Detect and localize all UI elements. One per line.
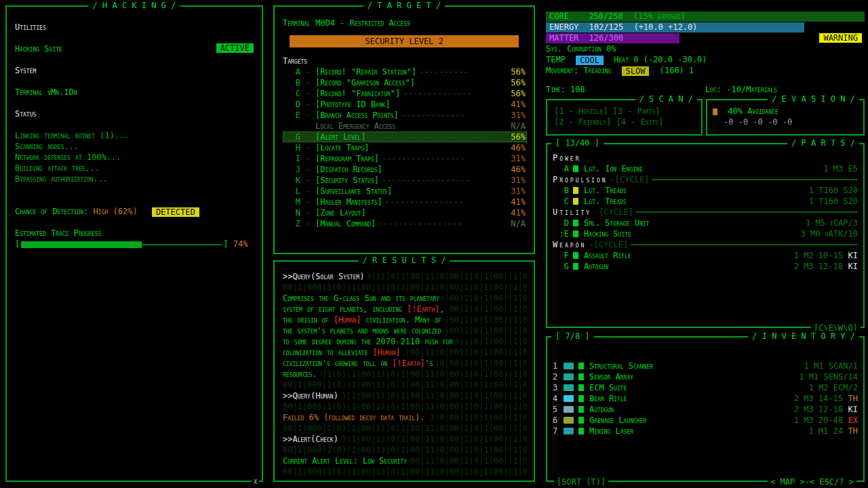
inventory-row[interactable]: 1Structural Scanner1 M1 SCAN/1 (553, 361, 858, 371)
utilities-heading: Utilities (15, 22, 254, 33)
target-success-chance: 31% (502, 153, 526, 164)
parts-row[interactable]: GAutogun2 M3 12-18KI (553, 261, 858, 272)
inventory-row[interactable]: 2Sensor Array1 M1 SENS/14 (553, 371, 858, 382)
movement-readout: Movement: Treading SLOW (160) 1 (546, 65, 694, 76)
status-heading: Status (15, 108, 254, 119)
status-line: Network defenses at 100%... (15, 152, 254, 163)
results-line: 00|1|000|1(0)|1|00|1)|0(1|00|11|0|00|1|0… (283, 412, 527, 423)
scan-panel: / S C A N / [1 - Hostile] [3 - Parts] [2… (546, 99, 703, 136)
target-success-chance: N/A (502, 218, 526, 229)
parts-list: PowerALgt. Ion Engine1 M3 E5Propulsion-[… (553, 152, 858, 272)
results-noise-line: 00|1|000|1(0)|1|00|1)|0(1|00|11|0|00|1|0… (283, 401, 527, 412)
results-line: 00|1|000|1(0)|1|00|1)|0(1|00|11|0|00|1|0… (283, 358, 527, 369)
active-status-badge: ACTIVE (216, 43, 254, 53)
target-row[interactable]: I-[Reprogram Traps]-----------------31% (283, 153, 527, 164)
parts-row[interactable]: CLgt. Treads1 T160 S20 (553, 196, 858, 207)
parts-row[interactable]: BLgt. Treads1 T160 S20 (553, 185, 858, 196)
target-row[interactable]: B-[Record "Garrison Access"]56% (283, 77, 527, 88)
avoidance-block-icon (713, 108, 717, 115)
results-line: 00|1|000|1(0)|1|00|1)|0(1|00|11|0|00|1|0… (283, 434, 527, 445)
results-line: 00|1|000|1(0)|1|00|1)|0(1|00|11|0|00|1|0… (283, 314, 527, 325)
close-icon[interactable]: x (252, 476, 259, 487)
part-integrity-icon (573, 252, 578, 259)
target-row[interactable]: C-[Record! "Fabricator"]--------------56… (283, 88, 527, 99)
map-esc-buttons[interactable]: < MAP >-< ESC/? > (768, 476, 856, 487)
energy-bar: ENERGY 102/125 (+10.0 +12.0) (546, 22, 865, 33)
inventory-row[interactable]: 6Grenade Launcher1 M3 20-48EX (553, 415, 858, 426)
target-success-chance: 46% (502, 164, 526, 175)
target-row[interactable]: Z-[Manual Command]-----------------N/A (283, 218, 527, 229)
part-integrity-icon (573, 263, 578, 270)
parts-row[interactable]: ALgt. Ion Engine1 M3 E5 (553, 163, 858, 174)
item-integrity-icon (578, 384, 584, 391)
evasion-modifiers: -0 -0 -0 -0 -0 (713, 117, 863, 127)
target-row[interactable]: G-[Alert Level]------------------------5… (283, 131, 527, 142)
target-row[interactable]: N-[Zone Layout]41% (283, 207, 527, 218)
system-terminal-name: Terminal vMn.1Dn (15, 87, 254, 98)
parts-panel: [ 13/40 ] / P A R T S / PowerALgt. Ion E… (546, 143, 865, 328)
results-panel: / R E S U L T S / 00|1|000|1(0)|1|00|1)|… (273, 260, 535, 482)
temperature-readout: TEMP COOL Heat 0 (-20.0 -30.0) (546, 54, 707, 65)
part-integrity-icon (573, 187, 578, 194)
mining-laser-icon (564, 428, 574, 434)
target-success-chance: 41% (502, 207, 526, 218)
evasion-panel: / E V A S I O N / 40% Avoidance -0 -0 -0… (706, 99, 865, 136)
target-success-chance: 56% (502, 66, 526, 77)
parts-count: [ 13/40 ] (551, 138, 604, 148)
parts-group-header: Propulsion-[CYCLE] (553, 174, 858, 185)
part-integrity-icon (573, 230, 578, 237)
target-success-chance: 56% (502, 88, 526, 99)
results-line: 00|1|000|1(0)|1|00|1)|0(1|00|11|0|00|1|0… (283, 369, 527, 380)
parts-row[interactable]: DSml. Storage Unit1 M5 iCAP/3 (553, 218, 858, 228)
sort-button[interactable]: [SORT (T)] (554, 476, 608, 487)
item-integrity-icon (578, 406, 584, 413)
ecm-icon (564, 384, 574, 391)
target-row[interactable]: J-[Dispatch Records]46% (283, 164, 527, 175)
target-row[interactable]: H-[Locate Traps]46% (283, 142, 527, 153)
status-line: Bypassing authorization... (15, 174, 254, 184)
part-integrity-icon (573, 198, 578, 205)
inventory-row[interactable]: 7Mining Laser1 M1 24TH (553, 426, 858, 436)
results-noise-line: 00|1|000|1(0)|1|00|1)|0(1|00|11|0|00|1|0… (283, 423, 527, 434)
parts-group-header: Utility-[CYCLE] (553, 207, 858, 218)
scan-option-hostile-parts[interactable]: [1 - Hostile] [3 - Parts] (554, 106, 701, 117)
hacking-panel: / H A C K I N G / Utilities Hacking Suit… (5, 5, 263, 482)
results-line: 00|1|000|1(0)|1|00|1)|0(1|00|11|0|00|1|0… (283, 304, 527, 314)
detected-badge: DETECTED (152, 207, 199, 217)
security-level-banner: SECURITY LEVEL 2 (290, 35, 519, 47)
target-terminal-name: Terminal M0D4 - Restricted Access (283, 18, 527, 28)
cogmind-hacking-screen: / H A C K I N G / Utilities Hacking Suit… (0, 0, 868, 488)
status-line: Scanning nodes... (15, 141, 254, 152)
inventory-row[interactable]: 4Beam Rifle2 M3 14-15TH (553, 393, 858, 404)
target-row[interactable]: A-[Record! "Repair Station"]----------56… (283, 66, 527, 77)
item-integrity-icon (578, 417, 584, 424)
target-row[interactable]: D-[Prototype ID Bank]41% (283, 99, 527, 110)
part-integrity-icon (573, 220, 578, 226)
results-noise-line: 00|1|000|1(0)|1|00|1)|0(1|00|11|0|00|1|0… (283, 445, 527, 455)
target-row[interactable]: Local Emergency AccessN/A (283, 121, 527, 131)
core-bar: CORE 250/250 (15% exposed) (546, 12, 865, 22)
item-integrity-icon (578, 373, 584, 380)
status-log: Linking terminal botnet (1)...Scanning n… (15, 130, 254, 184)
results-noise-line: 00|1|000|1(0)|1|00|1)|0(1|00|11|0|00|1|0… (283, 466, 527, 477)
trace-progress-label: Estimated Trace Progress (15, 228, 254, 239)
evasion-panel-title: / E V A S I O N / (768, 94, 859, 104)
grenade-launcher-icon (564, 417, 574, 424)
item-integrity-icon (578, 395, 584, 402)
scan-option-friendly-exits[interactable]: [2 - Friendly] [4 - Exits] (554, 117, 701, 127)
target-success-chance: 41% (502, 99, 526, 110)
target-row[interactable]: L-[Surveillance Status]31% (283, 186, 527, 197)
target-row[interactable]: M-[Hauler Manifests]----------------41% (283, 197, 527, 207)
results-log: 00|1|000|1(0)|1|00|1)|0(1|00|11|0|00|1|0… (283, 271, 527, 477)
trace-progress-row: [] 74% (15, 239, 254, 249)
results-line: 00|1|000|1(0)|1|00|1)|0(1|00|11|0|00|1|0… (283, 390, 527, 401)
inventory-row[interactable]: 3ECM Suite1 M2 ECM/2 (553, 382, 858, 393)
target-row[interactable]: K-[Security Status]------------------31% (283, 175, 527, 186)
target-row[interactable]: E-[Branch Access Points]-------------31% (283, 110, 527, 121)
status-line: Building attack tree... (15, 163, 254, 174)
results-line: 00|1|000|1(0)|1|00|1)|0(1|00|11|0|00|1|0… (283, 336, 527, 347)
parts-row[interactable]: :EHacking Suite3 M0 hATK/10 (553, 228, 858, 239)
inventory-row[interactable]: 5Autogun2 M3 12-18KI (553, 404, 858, 415)
target-list: A-[Record! "Repair Station"]----------56… (283, 66, 527, 229)
parts-row[interactable]: FAssault Rifle1 M2 10-15KI (553, 250, 858, 261)
